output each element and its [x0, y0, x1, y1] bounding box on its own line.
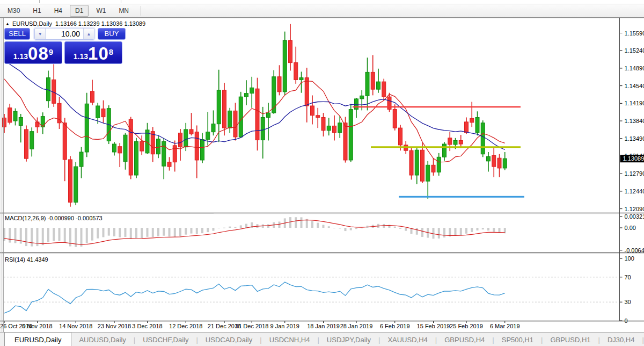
svg-text:1.14540: 1.14540 [625, 83, 644, 89]
macd-indicator-label: MACD(12,26,9) -0.000990 -0.000573 [5, 215, 103, 221]
sell-price-pip: 9 [49, 42, 53, 62]
svg-text:23 Nov 2018: 23 Nov 2018 [98, 323, 131, 329]
svg-text:25 Feb 2019: 25 Feb 2019 [450, 323, 483, 329]
chart-ohlc-values: 1.13166 1.13239 1.13036 1.13089 [55, 20, 145, 27]
svg-text:6 Feb 2019: 6 Feb 2019 [380, 323, 410, 329]
chart-symbol-label: EURUSD,Daily [12, 20, 52, 27]
svg-text:31 Dec 2018: 31 Dec 2018 [235, 323, 268, 329]
svg-text:30: 30 [625, 299, 631, 305]
svg-text:28 Jan 2019: 28 Jan 2019 [340, 323, 373, 329]
svg-text:100: 100 [625, 255, 634, 262]
tab-audusd-daily[interactable]: AUDUSD,Daily [71, 333, 133, 346]
svg-text:1.15590: 1.15590 [625, 30, 644, 37]
rsi-indicator-label: RSI(14) 41.4349 [5, 256, 48, 263]
buy-price-big: 10 [88, 46, 109, 62]
panel-backgrounds [0, 18, 644, 332]
chart-header: ▲EURUSD,Daily 1.13166 1.13239 1.13036 1.… [5, 20, 145, 27]
price-axis: 1.155901.152401.148901.145401.141901.138… [620, 18, 644, 321]
collapse-triangle-icon[interactable]: ▲ [5, 21, 10, 26]
volume-decrease-icon[interactable]: ▼ [35, 28, 46, 39]
svg-text:1.14890: 1.14890 [625, 65, 644, 71]
sell-price-big: 08 [28, 46, 49, 62]
svg-text:15 Feb 2019: 15 Feb 2019 [417, 323, 450, 329]
svg-text:1.12440: 1.12440 [625, 188, 644, 194]
tab-gbpusd-h4[interactable]: GBPUSD,H4 [437, 333, 492, 346]
tab-xauusd-h4[interactable]: XAUUSD,H4 [380, 333, 435, 346]
svg-text:1.15240: 1.15240 [625, 47, 644, 54]
svg-text:3 Dec 2018: 3 Dec 2018 [132, 323, 162, 329]
svg-text:5 Nov 2018: 5 Nov 2018 [22, 323, 52, 329]
tab-usdjpy-daily[interactable]: USDJPY,Daily [319, 333, 378, 346]
buy-price-pip: 8 [109, 42, 113, 62]
sell-price-prefix: 1.13 [13, 51, 28, 62]
volume-stepper: ▼ ▲ [34, 28, 94, 40]
tab-gbpusd-h1[interactable]: GBPUSD,H1 [543, 333, 598, 346]
volume-increase-icon[interactable]: ▲ [83, 28, 94, 39]
volume-input[interactable] [46, 28, 83, 39]
sell-price-panel[interactable]: 1.13 08 9 [4, 41, 62, 64]
buy-button[interactable]: BUY [98, 28, 126, 40]
buy-price-prefix: 1.13 [74, 51, 88, 62]
svg-text:0.003216: 0.003216 [625, 213, 644, 220]
sell-button[interactable]: SELL [4, 28, 30, 40]
tab-eurusd-daily[interactable]: EURUSD,Daily [4, 332, 71, 346]
svg-text:1.13490: 1.13490 [625, 135, 644, 142]
svg-text:18 Jan 2019: 18 Jan 2019 [307, 323, 340, 329]
symbol-tab-bar: EURUSD,DailyAUDUSD,Daily|USDCHF,Daily|US… [0, 332, 644, 346]
svg-text:1.13089: 1.13089 [623, 155, 644, 162]
tab-dj30-h4[interactable]: DJ30,H4 [600, 333, 642, 346]
svg-text:0.00: 0.00 [625, 225, 636, 231]
one-click-trading-panel: SELL ▼ ▲ BUY 1.13 08 9 1.13 10 8 [4, 28, 126, 64]
svg-text:12 Dec 2018: 12 Dec 2018 [169, 323, 202, 329]
svg-text:9 Jan 2019: 9 Jan 2019 [270, 323, 299, 329]
svg-text:1.14190: 1.14190 [625, 100, 644, 106]
svg-text:70: 70 [625, 274, 631, 280]
buy-price-panel[interactable]: 1.13 10 8 [64, 41, 122, 64]
tab-sp500-h1[interactable]: SP500,H1 [494, 333, 541, 346]
tab-usdcad-daily[interactable]: USDCAD,Daily [198, 333, 260, 346]
svg-text:6 Mar 2019: 6 Mar 2019 [490, 323, 520, 329]
svg-text:1.12090: 1.12090 [625, 206, 644, 212]
tab-usdcnh-h4[interactable]: USDCNH,H4 [262, 333, 318, 346]
svg-text:1.13840: 1.13840 [625, 118, 644, 124]
svg-text:14 Nov 2018: 14 Nov 2018 [59, 323, 92, 329]
tab-usdchf-daily[interactable]: USDCHF,Daily [135, 333, 196, 346]
svg-text:1.12790: 1.12790 [625, 170, 644, 177]
